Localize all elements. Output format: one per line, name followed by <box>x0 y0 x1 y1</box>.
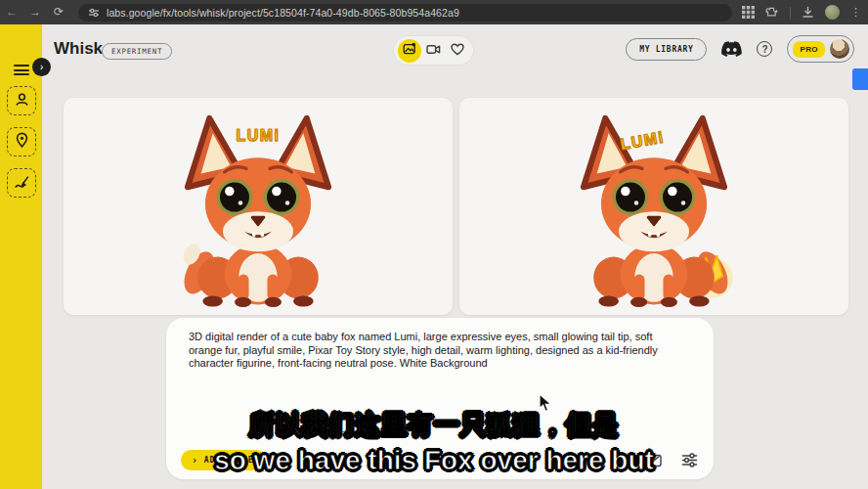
mouse-cursor <box>539 393 552 417</box>
browser-toolbar: ← → ⟳ labs.google/fx/tools/whisk/project… <box>0 0 868 24</box>
browser-profile-avatar[interactable] <box>825 5 840 20</box>
fox-name-text: LUMi <box>64 127 453 145</box>
person-icon <box>13 90 31 112</box>
menu-hamburger-icon[interactable] <box>14 65 29 75</box>
sidebar-item-scene[interactable] <box>7 127 36 156</box>
pro-badge: PRO <box>793 41 825 58</box>
extensions-icon[interactable] <box>765 6 779 20</box>
url-text[interactable]: labs.google/fx/tools/whisk/project/5c185… <box>107 7 459 19</box>
discord-icon[interactable] <box>721 41 742 57</box>
tab-groups-icon[interactable] <box>742 6 755 19</box>
image-mode-button[interactable] <box>398 39 421 63</box>
generated-image-left[interactable]: LUMi <box>64 98 453 315</box>
videocam-icon <box>426 42 441 60</box>
favorites-button[interactable] <box>446 39 469 63</box>
prompt-text[interactable]: 3D digital render of a cute baby fox nam… <box>189 331 688 371</box>
subtitle-chinese: 所以我们这里有一只狐狸，但是 <box>0 408 868 442</box>
style-pen-icon <box>13 172 31 195</box>
downloads-icon[interactable] <box>802 6 814 19</box>
forward-icon[interactable]: → <box>23 0 47 24</box>
whisk-app-page: ← → ⟳ labs.google/fx/tools/whisk/project… <box>0 0 868 489</box>
header-actions: MY LIBRARY ? PRO <box>626 35 854 63</box>
blue-edge-tab[interactable] <box>852 68 868 90</box>
page-title: Whisk <box>54 39 103 59</box>
generated-image-right[interactable]: LUMi <box>459 98 848 315</box>
my-library-button[interactable]: MY LIBRARY <box>626 38 707 61</box>
browser-menu-icon[interactable]: ⋮ <box>850 6 861 19</box>
sidebar-item-style[interactable] <box>7 168 36 198</box>
video-mode-button[interactable] <box>422 39 446 63</box>
sidebar-expand-button[interactable]: › <box>32 58 51 76</box>
heart-icon <box>451 42 464 60</box>
location-pin-icon <box>13 131 31 154</box>
site-info-icon[interactable] <box>88 7 100 19</box>
help-icon[interactable]: ? <box>757 41 772 57</box>
account-button[interactable]: PRO <box>787 35 854 63</box>
reload-icon[interactable]: ⟳ <box>47 0 70 24</box>
back-icon[interactable]: ← <box>0 0 23 24</box>
experiment-badge: EXPERIMENT <box>102 43 172 60</box>
sidebar-item-subject[interactable] <box>7 86 36 115</box>
address-bar[interactable]: labs.google/fx/tools/whisk/project/5c185… <box>78 4 732 22</box>
mode-switcher <box>394 36 473 65</box>
subtitle-english: so we have this Fox over here but <box>0 445 868 476</box>
image-icon <box>403 42 416 60</box>
browser-actions: ⋮ <box>742 5 868 20</box>
user-avatar <box>830 39 849 59</box>
toolbar-divider <box>790 7 791 19</box>
